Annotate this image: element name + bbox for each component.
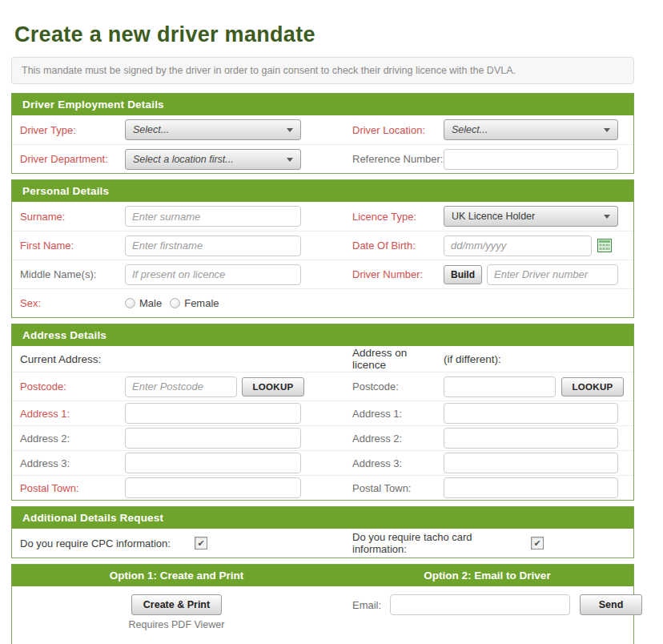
driver-type-select[interactable]: Select... [125, 119, 301, 140]
sex-female-label: Female [184, 297, 219, 309]
licence-address2-label: Address 2: [341, 433, 444, 445]
current-address1-input[interactable] [125, 403, 301, 424]
additional-details-header: Additional Details Request [12, 507, 633, 529]
chevron-down-icon [604, 215, 610, 219]
driver-mandate-page: Create a new driver mandate This mandate… [0, 0, 645, 644]
notice-bar: This mandate must be signed by the drive… [11, 57, 634, 84]
middle-name-label: Middle Name(s): [12, 268, 125, 280]
build-button[interactable]: Build [444, 265, 482, 284]
current-address3-input[interactable] [125, 453, 301, 473]
driver-location-label: Driver Location: [341, 124, 444, 136]
sex-option-female[interactable]: Female [170, 297, 219, 309]
surname-label: Surname: [12, 211, 125, 223]
licence-address3-input[interactable] [444, 453, 618, 473]
current-address2-input[interactable] [125, 428, 301, 449]
licence-type-value: UK Licence Holder [452, 211, 535, 222]
licence-postal-town-label: Postal Town: [341, 482, 444, 494]
personal-details-header: Personal Details [12, 180, 633, 202]
personal-row-4: Sex: Male Female [12, 288, 633, 317]
send-button[interactable]: Send [580, 594, 642, 615]
driver-location-select[interactable]: Select... [444, 119, 618, 140]
current-postcode-lookup-button[interactable]: LOOKUP [242, 377, 304, 396]
check-icon: ✔ [197, 538, 204, 549]
pdf-viewer-note: Requires PDF Viewer [129, 619, 225, 630]
current-postal-town-input[interactable] [125, 477, 301, 498]
radio-female-icon[interactable] [170, 298, 180, 308]
chevron-down-icon [604, 128, 610, 132]
current-address1-label: Address 1: [12, 408, 125, 420]
options-header-row: Option 1: Create and Print Option 2: Ema… [12, 565, 633, 586]
section-address-details: Address Details Current Address: Address… [11, 324, 634, 501]
sex-label: Sex: [12, 297, 125, 309]
create-print-button[interactable]: Create & Print [131, 594, 222, 615]
driver-department-label: Driver Department: [12, 153, 125, 165]
address1-row: Address 1: Address 1: [12, 400, 633, 425]
chevron-down-icon [287, 128, 293, 132]
surname-input[interactable] [125, 206, 301, 227]
dob-label: Date Of Birth: [341, 239, 444, 252]
licence-address-title: Address on licence [352, 347, 444, 371]
options-body-row: Create & Print Requires PDF Viewer Email… [12, 586, 633, 644]
current-address2-label: Address 2: [12, 433, 125, 445]
licence-address3-label: Address 3: [341, 457, 444, 469]
driver-type-label: Driver Type: [12, 124, 125, 136]
personal-row-2: First Name: Date Of Birth: [12, 231, 633, 260]
dob-input[interactable] [444, 235, 592, 256]
licence-address1-input[interactable] [444, 403, 618, 424]
current-postcode-label: Postcode: [12, 380, 125, 392]
current-address-title: Current Address: [12, 353, 341, 365]
driver-department-value: Select a location first... [133, 154, 234, 165]
current-address3-label: Address 3: [12, 457, 125, 469]
driver-location-value: Select... [452, 124, 488, 135]
licence-postcode-lookup-button[interactable]: LOOKUP [561, 377, 624, 396]
postcode-row: Postcode: LOOKUP Postcode: LOOKUP [12, 372, 633, 400]
current-postal-town-label: Postal Town: [12, 482, 125, 494]
middle-name-input[interactable] [125, 264, 301, 285]
driver-number-input[interactable] [487, 264, 618, 285]
licence-postcode-input[interactable] [444, 376, 556, 397]
option2-header: Option 2: Email to Driver [341, 565, 633, 586]
licence-type-select[interactable]: UK Licence Holder [444, 206, 618, 227]
licence-postcode-label: Postcode: [341, 380, 444, 392]
postal-town-row: Postal Town: Postal Town: [12, 475, 633, 500]
section-output-options: Option 1: Create and Print Option 2: Ema… [11, 564, 634, 644]
additional-details-row: Do you require CPC information: ✔ Do you… [12, 529, 633, 557]
page-title: Create a new driver mandate [14, 22, 631, 47]
personal-row-1: Surname: Licence Type: UK Licence Holder [12, 202, 633, 231]
sex-option-male[interactable]: Male [125, 297, 162, 309]
cpc-question-label: Do you require CPC information: [12, 537, 183, 549]
email-input[interactable] [390, 594, 570, 615]
address2-row: Address 2: Address 2: [12, 425, 633, 450]
driver-employment-header: Driver Employment Details [12, 94, 633, 115]
tacho-question-label: Do you require tacho card information: [341, 531, 520, 555]
reference-number-input[interactable] [444, 149, 618, 170]
section-additional-details: Additional Details Request Do you requir… [11, 506, 634, 558]
driver-number-label: Driver Number: [341, 268, 444, 280]
calendar-icon[interactable] [597, 239, 612, 252]
tacho-checkbox[interactable]: ✔ [531, 537, 544, 549]
section-personal-details: Personal Details Surname: Licence Type: … [11, 179, 634, 318]
chevron-down-icon [287, 158, 293, 162]
licence-postal-town-input[interactable] [444, 477, 618, 498]
address-titles-row: Current Address: Address on licence (if … [12, 346, 633, 372]
radio-male-icon[interactable] [125, 298, 135, 308]
reference-number-label: Reference Number: [341, 153, 444, 165]
licence-address2-input[interactable] [444, 428, 618, 449]
employment-row-2: Driver Department: Select a location fir… [12, 144, 633, 173]
licence-address1-label: Address 1: [341, 408, 444, 420]
personal-row-3: Middle Name(s): Driver Number: Build [12, 260, 633, 288]
first-name-label: First Name: [12, 239, 125, 252]
section-driver-employment: Driver Employment Details Driver Type: S… [11, 93, 634, 174]
licence-type-label: Licence Type: [341, 211, 444, 223]
current-postcode-input[interactable] [125, 376, 237, 397]
driver-department-select[interactable]: Select a location first... [125, 149, 301, 170]
sex-male-label: Male [139, 297, 162, 309]
check-icon: ✔ [533, 538, 540, 549]
option1-header: Option 1: Create and Print [12, 565, 341, 586]
cpc-checkbox[interactable]: ✔ [195, 537, 207, 549]
driver-type-value: Select... [133, 124, 169, 135]
first-name-input[interactable] [125, 235, 301, 256]
address3-row: Address 3: Address 3: [12, 450, 633, 475]
employment-row-1: Driver Type: Select... Driver Location: … [12, 115, 633, 144]
address-details-header: Address Details [12, 324, 633, 346]
